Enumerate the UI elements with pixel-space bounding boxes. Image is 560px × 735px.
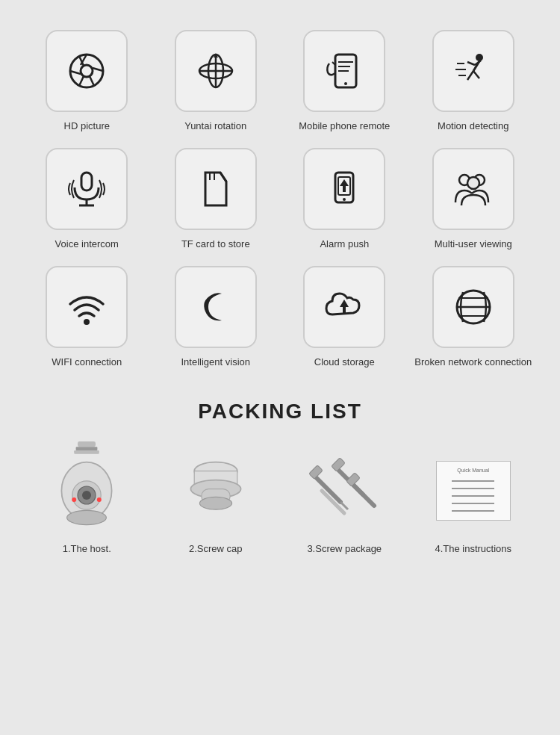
screw-package-image bbox=[299, 446, 389, 536]
tf-card-label: TF card to store bbox=[181, 238, 250, 251]
packing-instructions: Quick Manual 4.The instructions bbox=[413, 446, 535, 554]
packing-screw-cap: 2.Screw cap bbox=[155, 446, 277, 554]
svg-rect-63 bbox=[309, 465, 323, 478]
svg-rect-48 bbox=[76, 447, 98, 450]
svg-line-3 bbox=[93, 68, 103, 71]
cloud-storage-icon-box bbox=[303, 266, 385, 348]
wifi-icon bbox=[64, 285, 109, 329]
svg-point-55 bbox=[97, 497, 102, 502]
screw-package-svg bbox=[299, 446, 389, 536]
svg-line-5 bbox=[79, 76, 84, 86]
intelligent-vision-icon-box bbox=[175, 266, 257, 348]
mobile-remote-icon bbox=[322, 49, 367, 93]
broken-network-label: Broken network connection bbox=[414, 356, 532, 369]
svg-point-40 bbox=[467, 177, 479, 189]
svg-line-23 bbox=[467, 71, 473, 80]
alarm-icon bbox=[322, 167, 367, 211]
cloud-storage-label: Cloud storage bbox=[314, 356, 375, 369]
network-icon bbox=[451, 285, 496, 329]
manual-line-2 bbox=[452, 488, 494, 489]
intelligent-vision-label: Intelligent vision bbox=[181, 356, 251, 369]
host-svg bbox=[42, 437, 131, 545]
screw-cap-image bbox=[171, 446, 261, 536]
yuntai-rotation-label: Yuntai rotation bbox=[184, 120, 246, 133]
manual-box: Quick Manual bbox=[436, 461, 511, 521]
mobile-remote-icon-box bbox=[303, 30, 385, 112]
feature-hd-picture: HD picture bbox=[26, 30, 148, 133]
feature-tf-card: TF card to store bbox=[155, 148, 277, 251]
host-image bbox=[42, 446, 131, 536]
features-grid: HD picture Yuntai rotation bbox=[26, 30, 534, 370]
manual-line-1 bbox=[452, 480, 494, 482]
svg-rect-65 bbox=[332, 457, 345, 471]
feature-multi-user: Multi-user viewing bbox=[413, 148, 535, 251]
svg-point-1 bbox=[81, 65, 93, 77]
wifi-connection-icon-box bbox=[46, 266, 128, 348]
mobile-phone-remote-label: Mobile phone remote bbox=[299, 120, 390, 133]
hd-picture-label: HD picture bbox=[64, 120, 110, 133]
users-icon bbox=[451, 167, 496, 211]
yuntai-rotation-icon-box bbox=[175, 30, 257, 112]
svg-line-6 bbox=[70, 71, 81, 74]
feature-wifi-connection: WIFI connection bbox=[26, 266, 148, 369]
hd-picture-icon-box bbox=[46, 30, 128, 112]
multi-user-label: Multi-user viewing bbox=[435, 238, 512, 251]
svg-marker-42 bbox=[340, 300, 349, 313]
motion-detecting-label: Motion detecting bbox=[438, 120, 508, 133]
feature-broken-network: Broken network connection bbox=[413, 266, 535, 369]
moon-icon bbox=[193, 285, 238, 329]
packing-grid: 1.The host. 2.Screw cap bbox=[26, 446, 534, 554]
feature-cloud-storage: Cloud storage bbox=[284, 266, 405, 369]
feature-yuntai-rotation: Yuntai rotation bbox=[155, 30, 277, 133]
rotation-icon bbox=[193, 49, 238, 93]
svg-point-37 bbox=[343, 198, 346, 201]
svg-point-41 bbox=[84, 319, 90, 325]
svg-point-53 bbox=[82, 491, 91, 500]
motion-detecting-icon bbox=[451, 49, 496, 93]
svg-point-19 bbox=[476, 54, 483, 61]
manual-title-text: Quick Manual bbox=[457, 468, 489, 473]
wifi-connection-label: WIFI connection bbox=[52, 356, 122, 369]
svg-rect-49 bbox=[74, 450, 99, 454]
sd-card-icon bbox=[193, 167, 238, 211]
feature-motion-detecting: Motion detecting bbox=[413, 30, 535, 133]
feature-mobile-phone-remote: Mobile phone remote bbox=[284, 30, 405, 133]
screw-package-label: 3.Screw package bbox=[307, 543, 382, 554]
host-label: 1.The host. bbox=[63, 543, 111, 554]
svg-point-0 bbox=[70, 55, 103, 87]
svg-rect-28 bbox=[81, 173, 92, 190]
packing-screw-package: 3.Screw package bbox=[284, 446, 405, 554]
alarm-push-label: Alarm push bbox=[320, 238, 369, 251]
svg-marker-36 bbox=[340, 179, 349, 192]
instructions-label: 4.The instructions bbox=[435, 543, 511, 554]
packing-list-title: PACKING LIST bbox=[198, 400, 361, 424]
packing-host: 1.The host. bbox=[26, 446, 148, 554]
manual-line-4 bbox=[452, 503, 494, 504]
svg-rect-67 bbox=[346, 472, 360, 486]
alarm-push-icon-box bbox=[303, 148, 385, 230]
manual-line-5 bbox=[452, 510, 494, 512]
feature-voice-intercom: Voice intercom bbox=[26, 148, 148, 251]
voice-intercom-label: Voice intercom bbox=[55, 238, 119, 251]
microphone-icon bbox=[64, 167, 109, 211]
instructions-image: Quick Manual bbox=[429, 446, 518, 536]
screw-cap-label: 2.Screw cap bbox=[189, 543, 243, 554]
tf-card-icon-box bbox=[175, 148, 257, 230]
multi-user-icon-box bbox=[432, 148, 514, 230]
cloud-icon bbox=[322, 285, 367, 329]
svg-line-21 bbox=[467, 62, 475, 65]
broken-network-icon-box bbox=[432, 266, 514, 348]
svg-point-56 bbox=[67, 510, 107, 524]
svg-point-18 bbox=[344, 82, 347, 85]
feature-intelligent-vision: Intelligent vision bbox=[155, 266, 277, 369]
screw-cap-svg bbox=[171, 437, 261, 545]
svg-rect-47 bbox=[78, 441, 96, 447]
motion-detecting-icon-box bbox=[432, 30, 514, 112]
svg-line-33 bbox=[220, 173, 226, 182]
svg-line-24 bbox=[473, 71, 479, 78]
svg-line-66 bbox=[352, 483, 374, 506]
manual-line-3 bbox=[452, 495, 494, 497]
svg-point-61 bbox=[199, 497, 231, 509]
svg-point-54 bbox=[72, 497, 76, 502]
feature-alarm-push: Alarm push bbox=[284, 148, 405, 251]
